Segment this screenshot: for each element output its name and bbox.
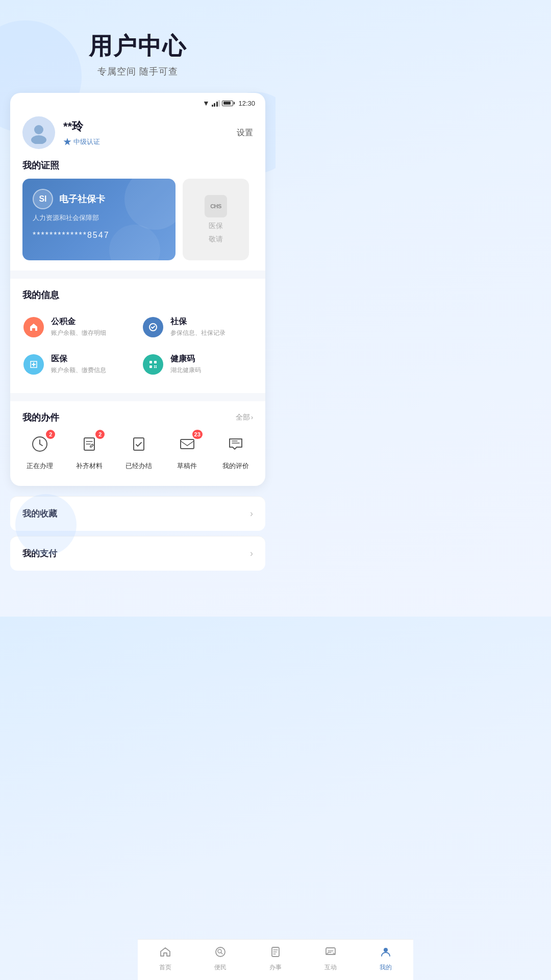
status-time: 12:30 [238, 100, 255, 107]
supplement-badge: 2 [95, 430, 105, 439]
task-review-label: 我的评价 [222, 461, 249, 471]
my-payment-row[interactable]: 我的支付 › [10, 536, 265, 571]
page-title: 用户中心 [10, 31, 265, 62]
cards-scroll: SI 电子社保卡 人力资源和社会保障部 *************8547 CH… [10, 179, 265, 260]
tasks-grid: 2 正在办理 2 补齐材料 [10, 432, 265, 476]
yb-label: 医保 [51, 354, 106, 364]
settings-button[interactable]: 设置 [237, 128, 253, 138]
my-collections-label: 我的收藏 [22, 508, 57, 520]
view-all-label: 全部 [236, 413, 250, 422]
card-name: 电子社保卡 [59, 193, 105, 205]
status-icons: ▼ [203, 99, 233, 107]
svg-rect-12 [134, 438, 144, 450]
card-number: *************8547 [33, 231, 165, 240]
svg-point-1 [31, 135, 46, 144]
task-processing-icon-wrap: 2 [28, 432, 52, 456]
task-completed-icon-wrap [127, 432, 151, 456]
task-draft-label: 草稿件 [177, 461, 197, 471]
profile-left: **玲 中级认证 [22, 116, 100, 149]
section-divider-1 [10, 271, 265, 275]
my-cards-title: 我的证照 [10, 159, 265, 179]
yb-desc: 账户余额、缴费信息 [51, 366, 106, 375]
svg-rect-13 [181, 439, 194, 449]
sb-label: 社保 [170, 316, 226, 327]
gjj-label: 公积金 [51, 316, 106, 327]
task-draft-icon-wrap: 23 [175, 432, 199, 456]
info-item-sb[interactable]: 社保 参保信息、社保记录 [138, 308, 257, 346]
task-draft[interactable]: 23 草稿件 [170, 432, 205, 471]
battery-icon [222, 101, 233, 106]
doc-check-icon [129, 434, 149, 454]
page-header: 用户中心 专属空间 随手可查 [0, 0, 276, 93]
gjj-desc: 账户余额、缴存明细 [51, 329, 106, 337]
view-all-button[interactable]: 全部 › [236, 413, 253, 422]
my-collections-row[interactable]: 我的收藏 › [10, 496, 265, 531]
sb-info: 社保 参保信息、社保记录 [170, 316, 226, 337]
payment-arrow-icon: › [250, 548, 253, 559]
social-insurance-card[interactable]: SI 电子社保卡 人力资源和社会保障部 *************8547 [22, 179, 176, 260]
view-all-arrow-icon: › [251, 414, 253, 421]
section-divider-2 [10, 393, 265, 397]
task-supplement[interactable]: 2 补齐材料 [71, 432, 108, 471]
yb-info: 医保 账户余额、缴费信息 [51, 354, 106, 375]
jkm-icon [143, 354, 163, 375]
processing-badge: 2 [46, 430, 55, 439]
sb-icon [143, 317, 163, 337]
task-review-icon-wrap [223, 432, 248, 456]
svg-rect-5 [149, 365, 152, 368]
card-header: SI 电子社保卡 [33, 189, 165, 209]
tasks-title: 我的办件 [22, 411, 59, 424]
comment-icon [226, 434, 246, 454]
card-org: 人力资源和社会保障部 [33, 213, 165, 223]
medical-card-logo: CHS [205, 195, 227, 217]
profile-name: **玲 [63, 119, 100, 134]
medical-card-text: 医保 [209, 222, 223, 231]
task-supplement-icon-wrap: 2 [77, 432, 102, 456]
my-info-title: 我的信息 [10, 289, 265, 308]
status-bar: ▼ 12:30 [10, 93, 265, 111]
yb-icon [23, 354, 44, 375]
card-logo: SI [33, 189, 53, 209]
task-processing[interactable]: 2 正在办理 [21, 432, 58, 471]
svg-rect-4 [154, 361, 157, 363]
task-supplement-label: 补齐材料 [76, 461, 103, 471]
svg-rect-7 [156, 365, 157, 366]
svg-rect-9 [156, 367, 157, 368]
page-subtitle: 专属空间 随手可查 [10, 65, 265, 78]
task-completed[interactable]: 已经办结 [120, 432, 157, 471]
tasks-section-header: 我的办件 全部 › [10, 411, 265, 432]
profile-info: **玲 中级认证 [63, 119, 100, 146]
certification-badge: 中级认证 [63, 137, 100, 146]
gjj-icon [23, 317, 44, 337]
svg-rect-3 [149, 361, 152, 363]
task-completed-label: 已经办结 [126, 461, 152, 471]
my-tasks-section: 我的办件 全部 › 2 [10, 397, 265, 486]
svg-point-0 [34, 125, 43, 134]
avatar[interactable] [22, 116, 55, 149]
main-card: ▼ 12:30 [10, 93, 265, 486]
jkm-label: 健康码 [170, 354, 201, 364]
jkm-desc: 湖北健康码 [170, 366, 201, 375]
sb-desc: 参保信息、社保记录 [170, 329, 226, 337]
task-review[interactable]: 我的评价 [217, 432, 254, 471]
svg-rect-8 [154, 367, 155, 368]
profile-section: **玲 中级认证 设置 [10, 111, 265, 159]
wifi-icon: ▼ [203, 99, 210, 107]
signal-bars-icon [212, 100, 220, 107]
my-info-section: 我的信息 公积金 账户余额、缴存明细 [10, 275, 265, 393]
svg-rect-6 [154, 365, 155, 366]
task-processing-label: 正在办理 [27, 461, 53, 471]
cert-star-icon [63, 138, 71, 146]
my-cards-section: 我的证照 SI 电子社保卡 人力资源和社会保障部 *************85… [10, 159, 265, 271]
info-item-jkm[interactable]: 健康码 湖北健康码 [138, 346, 257, 383]
certification-label: 中级认证 [73, 137, 100, 146]
draft-badge: 23 [192, 430, 203, 439]
info-item-gjj[interactable]: 公积金 账户余额、缴存明细 [18, 308, 138, 346]
medical-card[interactable]: CHS 医保 敬请 [183, 179, 249, 260]
medical-card-subtext: 敬请 [209, 235, 223, 244]
info-item-yb[interactable]: 医保 账户余额、缴费信息 [18, 346, 138, 383]
jkm-info: 健康码 湖北健康码 [170, 354, 201, 375]
info-grid: 公积金 账户余额、缴存明细 社保 参保信息、社保记录 [10, 308, 265, 383]
gjj-info: 公积金 账户余额、缴存明细 [51, 316, 106, 337]
my-payment-label: 我的支付 [22, 548, 57, 559]
